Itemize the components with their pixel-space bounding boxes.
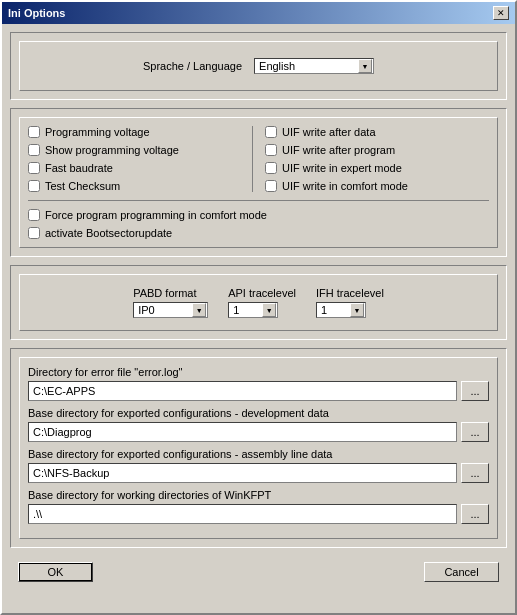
ifh-select[interactable]: 1 2 3 [316, 302, 366, 318]
dir-section-4: Base directory for working directories o… [28, 489, 489, 524]
checkboxes-left-col: Programming voltage Show programming vol… [28, 126, 252, 192]
fast-baudrate-label: Fast baudrate [45, 162, 113, 174]
checkbox-item: UIF write in expert mode [265, 162, 489, 174]
format-row: PABD format IP0 IP1 IP2 ▼ API tracelevel [28, 283, 489, 322]
checkbox-item: Test Checksum [28, 180, 252, 192]
api-label: API tracelevel [228, 287, 296, 299]
checkbox-item: UIF write after program [265, 144, 489, 156]
checkbox-item: UIF write in comfort mode [265, 180, 489, 192]
format-section: PABD format IP0 IP1 IP2 ▼ API tracelevel [10, 265, 507, 340]
browse-btn-3[interactable]: ... [461, 463, 489, 483]
pabd-select[interactable]: IP0 IP1 IP2 [133, 302, 208, 318]
bootsector-label: activate Bootsectorupdate [45, 227, 172, 239]
dir-input-4[interactable] [28, 504, 457, 524]
api-col: API tracelevel 1 2 3 ▼ [228, 287, 296, 318]
language-select-wrapper: English Deutsch Français ▼ [254, 58, 374, 74]
checkbox-item: Programming voltage [28, 126, 252, 138]
fast-baudrate-checkbox[interactable] [28, 162, 40, 174]
dialog-content: Sprache / Language English Deutsch Franç… [2, 24, 515, 596]
dir-label-1: Directory for error file "error.log" [28, 366, 489, 378]
dir-input-3[interactable] [28, 463, 457, 483]
browse-btn-1[interactable]: ... [461, 381, 489, 401]
dir-section-1: Directory for error file "error.log" ... [28, 366, 489, 401]
force-program-label: Force program programming in comfort mod… [45, 209, 267, 221]
dir-section-2: Base directory for exported configuratio… [28, 407, 489, 442]
language-section: Sprache / Language English Deutsch Franç… [10, 32, 507, 100]
ifh-label: IFH tracelevel [316, 287, 384, 299]
pabd-col: PABD format IP0 IP1 IP2 ▼ [133, 287, 208, 318]
test-checksum-label: Test Checksum [45, 180, 120, 192]
ok-button[interactable]: OK [18, 562, 93, 582]
directories-section: Directory for error file "error.log" ...… [10, 348, 507, 548]
uif-write-comfort-label: UIF write in comfort mode [282, 180, 408, 192]
uif-write-after-data-checkbox[interactable] [265, 126, 277, 138]
cancel-button[interactable]: Cancel [424, 562, 499, 582]
dir-section-3: Base directory for exported configuratio… [28, 448, 489, 483]
checkbox-item: Show programming voltage [28, 144, 252, 156]
dir-input-row-4: ... [28, 504, 489, 524]
show-programming-voltage-label: Show programming voltage [45, 144, 179, 156]
dir-input-row-3: ... [28, 463, 489, 483]
checkbox-item: activate Bootsectorupdate [28, 227, 489, 239]
checkboxes-section: Programming voltage Show programming vol… [10, 108, 507, 257]
dir-label-4: Base directory for working directories o… [28, 489, 489, 501]
uif-write-expert-checkbox[interactable] [265, 162, 277, 174]
test-checksum-checkbox[interactable] [28, 180, 40, 192]
dir-input-2[interactable] [28, 422, 457, 442]
dir-input-1[interactable] [28, 381, 457, 401]
language-select[interactable]: English Deutsch Français [254, 58, 374, 74]
force-program-checkbox[interactable] [28, 209, 40, 221]
uif-write-after-data-label: UIF write after data [282, 126, 376, 138]
bottom-buttons: OK Cancel [10, 556, 507, 588]
title-bar: Ini Options ✕ [2, 2, 515, 24]
extra-checkboxes: Force program programming in comfort mod… [28, 200, 489, 239]
dir-label-3: Base directory for exported configuratio… [28, 448, 489, 460]
close-button[interactable]: ✕ [493, 6, 509, 20]
uif-write-expert-label: UIF write in expert mode [282, 162, 402, 174]
checkbox-item: UIF write after data [265, 126, 489, 138]
show-programming-voltage-checkbox[interactable] [28, 144, 40, 156]
checkbox-item: Fast baudrate [28, 162, 252, 174]
uif-write-after-program-label: UIF write after program [282, 144, 395, 156]
programming-voltage-checkbox[interactable] [28, 126, 40, 138]
uif-write-comfort-checkbox[interactable] [265, 180, 277, 192]
ifh-col: IFH tracelevel 1 2 3 ▼ [316, 287, 384, 318]
dialog-window: Ini Options ✕ Sprache / Language English… [0, 0, 517, 615]
language-label: Sprache / Language [143, 60, 242, 72]
dir-input-row-1: ... [28, 381, 489, 401]
pabd-label: PABD format [133, 287, 196, 299]
checkbox-item: Force program programming in comfort mod… [28, 209, 489, 221]
checkboxes-row: Programming voltage Show programming vol… [28, 126, 489, 192]
browse-btn-2[interactable]: ... [461, 422, 489, 442]
dir-input-row-2: ... [28, 422, 489, 442]
title-bar-controls: ✕ [493, 6, 509, 20]
dir-label-2: Base directory for exported configuratio… [28, 407, 489, 419]
uif-write-after-program-checkbox[interactable] [265, 144, 277, 156]
window-title: Ini Options [8, 7, 65, 19]
programming-voltage-label: Programming voltage [45, 126, 150, 138]
api-select[interactable]: 1 2 3 [228, 302, 278, 318]
browse-btn-4[interactable]: ... [461, 504, 489, 524]
bootsector-checkbox[interactable] [28, 227, 40, 239]
checkboxes-right-col: UIF write after data UIF write after pro… [252, 126, 489, 192]
language-row: Sprache / Language English Deutsch Franç… [28, 50, 489, 82]
